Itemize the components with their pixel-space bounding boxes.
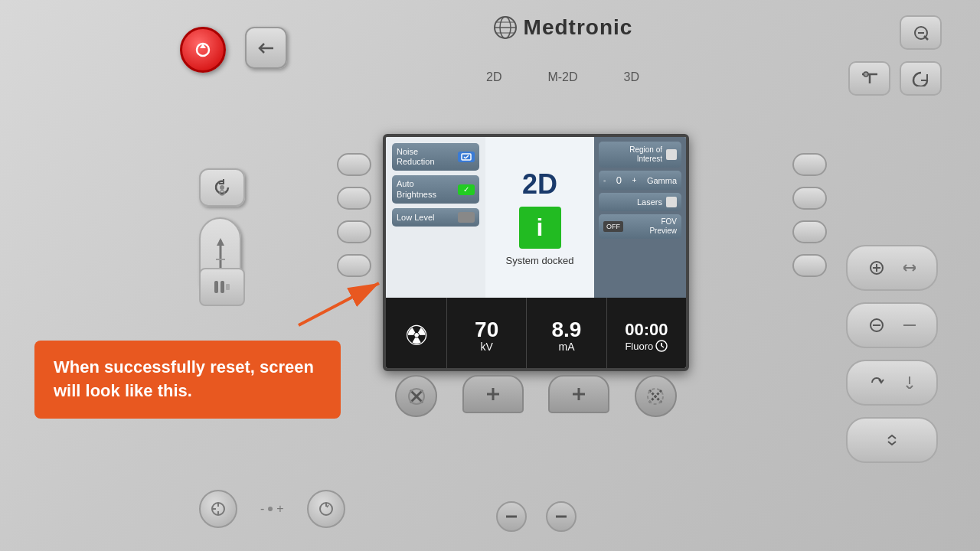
- left-oval-btn-1[interactable]: [337, 153, 371, 176]
- fov-label: FOVPreview: [649, 217, 677, 236]
- left-oval-btn-3[interactable]: [337, 220, 371, 243]
- zoom-control-2[interactable]: [846, 302, 938, 348]
- svg-line-33: [466, 155, 469, 158]
- roi-label: Region ofInterest: [629, 145, 662, 164]
- medtronic-logo: Medtronic: [493, 15, 633, 40]
- right-button-strip: [792, 153, 827, 277]
- tab-m2d[interactable]: M-2D: [540, 67, 585, 87]
- top-right-btn-1[interactable]: [900, 15, 942, 50]
- svg-rect-20: [214, 281, 218, 293]
- kv-value: 70: [475, 319, 498, 341]
- bottom-btn-x-left[interactable]: [395, 375, 437, 417]
- info-icon: i: [519, 207, 561, 249]
- screen-left-panel: NoiseReduction AutoBrightness ✓ Low Leve…: [386, 137, 485, 298]
- brightness-control-row: - +: [260, 502, 284, 516]
- gamma-plus: +: [632, 176, 637, 184]
- noise-reduction-toggle[interactable]: [458, 152, 475, 162]
- fluoro-time: 00:00: [625, 320, 668, 340]
- mode-display: 2D: [522, 168, 557, 201]
- ma-value: 8.9: [552, 319, 582, 341]
- tab-2d[interactable]: 2D: [479, 67, 509, 87]
- right-oval-btn-3[interactable]: [792, 220, 827, 243]
- screen-right-panel: Region ofInterest - 0 + Gamma Lasers: [594, 137, 686, 298]
- bottom-left-controls: - +: [199, 490, 345, 528]
- noise-reduction-btn[interactable]: NoiseReduction: [392, 143, 479, 171]
- svg-line-57: [327, 505, 328, 507]
- ma-unit: mA: [558, 341, 574, 353]
- fluoro-label-row: Fluoro: [625, 340, 668, 352]
- auto-brightness-label: AutoBrightness: [397, 179, 436, 199]
- kv-cell: 70 kV: [447, 298, 527, 371]
- auto-brightness-btn[interactable]: AutoBrightness ✓: [392, 175, 479, 203]
- right-oval-btn-4[interactable]: [792, 254, 827, 277]
- fov-off-label: OFF: [603, 221, 623, 232]
- device-panel: Medtronic 2D M-2D 3D: [0, 0, 980, 551]
- noise-reduction-label: NoiseReduction: [397, 147, 435, 167]
- low-level-label: Low Level: [397, 213, 435, 222]
- bottom-minus-btn-1[interactable]: [496, 501, 527, 532]
- bottom-screen-buttons: [383, 375, 689, 417]
- screen-bottom-bar: ☢ 70 kV 8.9 mA 00:00 Fluoro: [386, 298, 686, 371]
- fluoro-cell: 00:00 Fluoro: [607, 298, 686, 371]
- bottom-btn-plus-left[interactable]: [462, 375, 524, 413]
- svg-rect-21: [220, 281, 224, 293]
- brightness-knob-left[interactable]: [199, 490, 237, 528]
- refresh-button[interactable]: [199, 168, 245, 207]
- roi-icon: [666, 149, 677, 160]
- svg-line-50: [299, 283, 379, 325]
- gamma-label: Gamma: [647, 176, 677, 185]
- bottom-center-area: [383, 501, 689, 532]
- low-level-toggle[interactable]: [458, 212, 475, 223]
- lasers-btn[interactable]: Lasers: [599, 193, 681, 211]
- gamma-minus: -: [603, 176, 606, 184]
- zoom-control-1[interactable]: [846, 245, 938, 291]
- roi-btn[interactable]: Region ofInterest: [599, 142, 681, 168]
- low-level-btn[interactable]: Low Level: [392, 208, 479, 227]
- center-dot: [268, 507, 273, 511]
- fov-btn[interactable]: OFF FOVPreview: [599, 214, 681, 239]
- gamma-btn[interactable]: - 0 + Gamma: [599, 171, 681, 190]
- lasers-label: Lasers: [637, 197, 662, 207]
- plus-label: +: [276, 502, 283, 516]
- left-oval-btn-2[interactable]: [337, 187, 371, 210]
- svg-marker-17: [217, 238, 224, 246]
- annotation-text: When successfully reset, screen will loo…: [54, 357, 314, 400]
- right-oval-btn-2[interactable]: [792, 187, 827, 210]
- svg-rect-22: [226, 284, 230, 290]
- bottom-btn-x-right[interactable]: [635, 375, 677, 417]
- fluoro-label-text: Fluoro: [625, 341, 653, 352]
- svg-line-9: [924, 36, 928, 40]
- brand-name: Medtronic: [524, 15, 633, 40]
- tab-3d[interactable]: 3D: [616, 67, 647, 87]
- mode-buttons: 2D M-2D 3D: [168, 67, 957, 87]
- kv-unit: kV: [480, 341, 492, 353]
- top-right-btn-3[interactable]: [900, 61, 942, 96]
- brightness-knob-right[interactable]: [307, 490, 345, 528]
- gamma-value: 0: [616, 174, 622, 186]
- left-button-strip: [337, 153, 371, 277]
- svg-point-14: [220, 185, 224, 190]
- screen: NoiseReduction AutoBrightness ✓ Low Leve…: [383, 134, 689, 371]
- checkmark-icon: ✓: [463, 185, 469, 194]
- svg-point-13: [864, 72, 868, 77]
- arrows-control[interactable]: [846, 417, 938, 463]
- svg-line-45: [649, 390, 662, 403]
- minus-label: -: [260, 502, 264, 516]
- right-oval-btn-1[interactable]: [792, 153, 827, 176]
- arrow-annotation: [260, 272, 398, 333]
- svg-line-36: [662, 346, 664, 347]
- annotation-box: When successfully reset, screen will loo…: [34, 341, 341, 419]
- rotate-control[interactable]: [846, 360, 938, 406]
- top-header: Medtronic: [168, 15, 957, 40]
- vert-right-controls: [846, 245, 938, 463]
- radiation-symbol: ☢: [404, 320, 429, 352]
- left-screen-buttons: [199, 268, 245, 306]
- play-button[interactable]: [199, 268, 245, 306]
- top-right-btn-2[interactable]: [848, 61, 890, 96]
- bottom-minus-btn-2[interactable]: [546, 501, 577, 532]
- auto-brightness-toggle[interactable]: ✓: [458, 184, 475, 195]
- screen-center: 2D i System docked: [485, 137, 594, 298]
- bottom-btn-plus-right[interactable]: [548, 375, 609, 413]
- screen-top-bar: NoiseReduction AutoBrightness ✓ Low Leve…: [386, 137, 686, 298]
- system-docked-text: System docked: [506, 255, 574, 266]
